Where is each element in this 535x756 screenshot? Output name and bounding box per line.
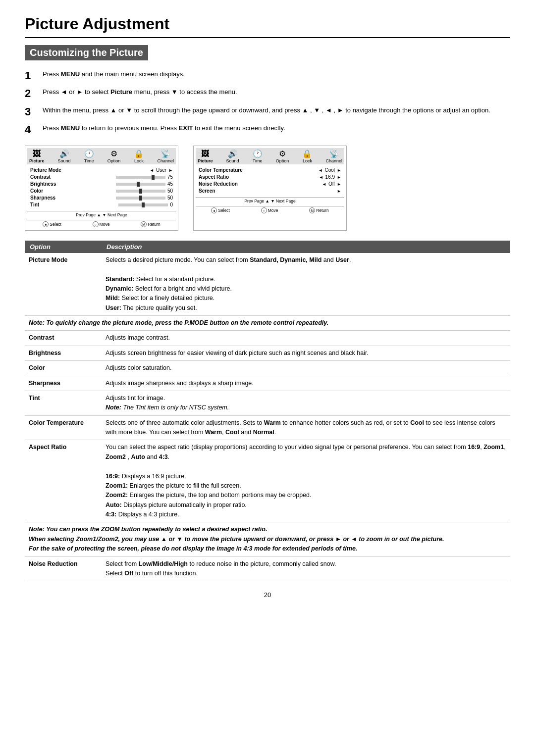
sound-icon-left: 🔊	[59, 149, 69, 158]
step-text-1: Press MENU and the main menu screen disp…	[43, 69, 510, 80]
option-aspectratio: Aspect Ratio	[25, 440, 102, 522]
step-4: 4 Press MENU to return to previous menu.…	[25, 123, 510, 136]
row-picturemode: Picture Mode Selects a desired picture m…	[25, 253, 510, 316]
time-icon-right: 🕐	[253, 149, 263, 158]
menu-tab-option-right: ⚙ Option	[276, 149, 289, 163]
step-num-3: 3	[25, 105, 43, 118]
step-text-4: Press MENU to return to previous menu. P…	[43, 123, 510, 134]
row-brightness: Brightness Adjusts screen brightness for…	[25, 346, 510, 360]
desc-brightness: Adjusts screen brightness for easier vie…	[102, 346, 510, 360]
note-zoom: Note: You can press the ZOOM button repe…	[25, 522, 510, 556]
option-brightness: Brightness	[25, 346, 102, 360]
channel-icon-right: 📡	[329, 149, 339, 158]
col-option: Option	[25, 241, 102, 253]
select-btn-icon: ●	[43, 221, 49, 227]
menu-right-topbar: 🖼 Picture 🔊 Sound 🕐 Time ⚙ Option 🔒 Lock…	[196, 148, 344, 164]
menu-tab-channel-right: 📡 Channel	[325, 149, 342, 163]
channel-icon-left: 📡	[160, 149, 170, 158]
page-number: 20	[25, 591, 510, 599]
menu-row-color: Color 50	[30, 188, 173, 195]
section-header: Customizing the Picture	[25, 45, 148, 60]
picture-icon: 🖼	[33, 149, 41, 158]
menu-row-colortemp: Color Temperature ◄ Cool ►	[199, 167, 341, 174]
time-icon-left: 🕐	[84, 149, 94, 158]
desc-colortemp: Selects one of three automatic color adj…	[102, 415, 510, 440]
return-btn-icon: M	[141, 221, 147, 227]
menu-tab-time-right: 🕐 Time	[253, 149, 263, 163]
menu-tab-picture-right: 🖼 Picture	[198, 149, 213, 163]
step-num-4: 4	[25, 123, 43, 136]
option-color: Color	[25, 361, 102, 376]
option-noisereduction: Noise Reduction	[25, 556, 102, 581]
menu-row-brightness: Brightness 45	[30, 181, 173, 188]
menu-tab-sound-left: 🔊 Sound	[58, 149, 71, 163]
menu-tab-picture-left: 🖼 Picture	[29, 149, 45, 163]
menu-left-rows: Picture Mode ◄ User ► Contrast 75 Bright…	[27, 166, 176, 209]
row-tint: Tint Adjusts tint for image.Note: The Ti…	[25, 391, 510, 415]
picture-icon-right: 🖼	[201, 149, 209, 158]
desc-aspectratio: You can select the aspect ratio (display…	[102, 440, 510, 522]
menu-row-aspectratio: Aspect Ratio ◄ 16:9 ►	[199, 174, 341, 181]
menu-tab-lock-right: 🔒 Lock	[302, 149, 312, 163]
option-sharpness: Sharpness	[25, 376, 102, 391]
menu-row-sharpness: Sharpness 50	[30, 195, 173, 202]
options-table: Option Description Picture Mode Selects …	[25, 241, 510, 582]
menu-tab-sound-right: 🔊 Sound	[226, 149, 239, 163]
lock-icon-right: 🔒	[302, 149, 312, 158]
step-num-2: 2	[25, 87, 43, 100]
return-btn-icon-r: M	[309, 207, 315, 213]
menu-tab-option-left: ⚙ Option	[107, 149, 121, 163]
menu-row-noisereduction: Noise Reduction ◄ Off ►	[199, 181, 341, 188]
menu-right: 🖼 Picture 🔊 Sound 🕐 Time ⚙ Option 🔒 Lock…	[193, 146, 347, 231]
menu-row-screen: Screen ►	[199, 188, 341, 195]
row-color: Color Adjusts color saturation.	[25, 361, 510, 376]
move-btn-icon: ○	[93, 221, 99, 227]
menu-right-footer: Prev Page ▲ ▼ Next Page	[196, 197, 344, 204]
menu-left: 🖼 Picture 🔊 Sound 🕐 Time ⚙ Option 🔒 Lock…	[25, 146, 178, 231]
menu-right-controls: ● Select ○ Move M Return	[196, 206, 344, 214]
step-2: 2 Press ◄ or ► to select Picture menu, p…	[25, 87, 510, 100]
sound-icon-right: 🔊	[228, 149, 238, 158]
option-picturemode: Picture Mode	[25, 253, 102, 316]
row-noisereduction: Noise Reduction Select from Low/Middle/H…	[25, 556, 510, 581]
move-btn-icon-r: ○	[261, 207, 267, 213]
col-description: Description	[102, 241, 510, 253]
step-1: 1 Press MENU and the main menu screen di…	[25, 69, 510, 82]
step-text-3: Within the menu, press ▲ or ▼ to scroll …	[43, 105, 510, 116]
option-tint: Tint	[25, 391, 102, 415]
option-icon-left: ⚙	[110, 149, 117, 158]
row-contrast: Contrast Adjusts image contrast.	[25, 331, 510, 346]
desc-contrast: Adjusts image contrast.	[102, 331, 510, 346]
select-btn-icon-r: ●	[211, 207, 217, 213]
option-icon-right: ⚙	[279, 149, 286, 158]
row-aspectratio: Aspect Ratio You can select the aspect r…	[25, 440, 510, 522]
lock-icon-left: 🔒	[134, 149, 144, 158]
steps-container: 1 Press MENU and the main menu screen di…	[25, 69, 510, 137]
desc-tint: Adjusts tint for image.Note: The Tint it…	[102, 391, 510, 415]
menu-tab-channel-left: 📡 Channel	[157, 149, 174, 163]
menu-row-picturemode: Picture Mode ◄ User ►	[30, 167, 173, 174]
desc-picturemode: Selects a desired picture mode. You can …	[102, 253, 510, 316]
menu-tab-time-left: 🕐 Time	[84, 149, 94, 163]
menu-tab-lock-left: 🔒 Lock	[134, 149, 144, 163]
step-text-2: Press ◄ or ► to select Picture menu, pre…	[43, 87, 510, 98]
menu-screenshots: 🖼 Picture 🔊 Sound 🕐 Time ⚙ Option 🔒 Lock…	[25, 146, 510, 231]
desc-color: Adjusts color saturation.	[102, 361, 510, 376]
desc-sharpness: Adjusts image sharpness and displays a s…	[102, 376, 510, 391]
step-3: 3 Within the menu, press ▲ or ▼ to scrol…	[25, 105, 510, 118]
menu-row-tint: Tint 0	[30, 202, 173, 208]
step-num-1: 1	[25, 69, 43, 82]
row-picturemode-note: Note: To quickly change the picture mode…	[25, 316, 510, 331]
desc-noisereduction: Select from Low/Middle/High to reduce no…	[102, 556, 510, 581]
row-zoom-note: Note: You can press the ZOOM button repe…	[25, 522, 510, 556]
note-picturemode: Note: To quickly change the picture mode…	[25, 316, 510, 331]
menu-left-controls: ● Select ○ Move M Return	[27, 220, 176, 228]
menu-right-rows: Color Temperature ◄ Cool ► Aspect Ratio …	[196, 166, 344, 196]
menu-row-contrast: Contrast 75	[30, 174, 173, 181]
page-title: Picture Adjustment	[25, 15, 510, 38]
option-contrast: Contrast	[25, 331, 102, 346]
menu-left-footer: Prev Page ▲ ▼ Next Page	[27, 211, 176, 218]
option-colortemp: Color Temperature	[25, 415, 102, 440]
row-colortemp: Color Temperature Selects one of three a…	[25, 415, 510, 440]
menu-left-topbar: 🖼 Picture 🔊 Sound 🕐 Time ⚙ Option 🔒 Lock…	[27, 148, 176, 164]
